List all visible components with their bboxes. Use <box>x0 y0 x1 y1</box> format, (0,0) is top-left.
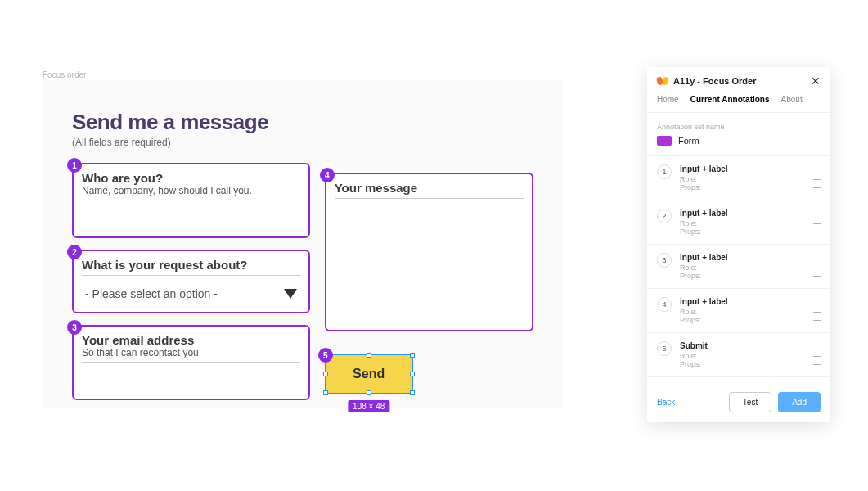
field-message[interactable]: 4 Your message <box>325 173 533 331</box>
design-canvas: Send me a message (All fields are requir… <box>43 80 563 408</box>
back-link[interactable]: Back <box>657 398 675 407</box>
selection-handle[interactable] <box>323 390 328 395</box>
annotation-set-row[interactable]: Form <box>647 136 830 156</box>
focus-badge-4: 4 <box>320 168 335 182</box>
field-description: Name, company, how should I call you. <box>82 185 300 200</box>
field-label: Your email address <box>82 333 300 347</box>
set-name: Form <box>678 136 699 146</box>
focus-badge-5: 5 <box>318 348 333 363</box>
selection-handle[interactable] <box>367 353 371 358</box>
focus-badge-3: 3 <box>67 320 82 335</box>
field-description: So that I can recontact you <box>82 347 300 363</box>
annotation-props: Props:— <box>680 183 821 191</box>
selection-handle[interactable] <box>410 390 415 395</box>
select-text: - Please select an option - <box>85 287 218 300</box>
annotation-props: Props:— <box>680 227 821 236</box>
annotation-label: input + label <box>680 164 821 173</box>
annotation-role: Role:— <box>680 219 821 227</box>
set-name-label: Annotation set name <box>647 113 830 136</box>
selection-handle[interactable] <box>367 390 371 395</box>
selection-handle[interactable] <box>410 372 415 376</box>
annotation-role: Role:— <box>680 352 821 360</box>
focus-badge-1: 1 <box>67 158 82 173</box>
field-email[interactable]: 3 Your email address So that I can recon… <box>72 325 310 400</box>
annotation-role: Role:— <box>680 175 821 183</box>
add-button[interactable]: Add <box>778 392 821 412</box>
annotation-item[interactable]: 4input + labelRole:—Props:— <box>647 289 830 333</box>
set-color-swatch <box>657 136 672 146</box>
annotation-number: 3 <box>657 253 672 268</box>
annotation-label: input + label <box>680 253 821 262</box>
annotation-label: input + label <box>680 209 821 218</box>
form-title: Send me a message <box>72 110 533 135</box>
tab-about[interactable]: About <box>781 95 803 104</box>
panel-tabs: Home Current Annotations About <box>647 95 830 113</box>
annotation-item[interactable]: 5SubmitRole:—Props:— <box>647 333 830 377</box>
annotation-number: 4 <box>657 297 672 312</box>
focus-badge-2: 2 <box>67 245 82 259</box>
field-who-are-you[interactable]: 1 Who are you? Name, company, how should… <box>72 163 310 238</box>
annotation-props: Props:— <box>680 316 821 324</box>
send-button-label: Send <box>353 367 385 381</box>
plugin-logo-icon <box>657 75 668 87</box>
annotation-props: Props:— <box>680 360 821 368</box>
annotation-item[interactable]: 2input + labelRole:—Props:— <box>647 200 830 245</box>
annotation-label: Submit <box>680 341 821 350</box>
annotation-role: Role:— <box>680 308 821 316</box>
select-placeholder[interactable]: - Please select an option - <box>82 284 300 304</box>
close-icon[interactable]: ✕ <box>811 75 821 87</box>
plugin-panel: A11y - Focus Order ✕ Home Current Annota… <box>647 67 830 422</box>
annotation-label: input + label <box>680 297 821 306</box>
send-button-selection[interactable]: 5 Send 108 × 48 <box>325 354 413 394</box>
field-label: Who are you? <box>82 171 300 185</box>
form-subtitle: (All fields are required) <box>72 137 533 148</box>
chevron-down-icon <box>284 289 297 299</box>
selection-handle[interactable] <box>410 353 415 358</box>
annotation-list: 1input + labelRole:—Props:—2input + labe… <box>647 156 830 377</box>
annotation-item[interactable]: 3input + labelRole:—Props:— <box>647 245 830 289</box>
annotation-number: 5 <box>657 341 672 356</box>
test-button[interactable]: Test <box>729 392 771 412</box>
field-label: Your message <box>335 181 524 199</box>
selection-handle[interactable] <box>323 372 328 376</box>
annotation-number: 2 <box>657 209 672 223</box>
tab-current-annotations[interactable]: Current Annotations <box>690 95 770 104</box>
annotation-props: Props:— <box>680 272 821 280</box>
field-request-about[interactable]: 2 What is your request about? - Please s… <box>72 250 310 313</box>
tab-home[interactable]: Home <box>657 95 679 104</box>
panel-title: A11y - Focus Order <box>673 76 756 86</box>
panel-header: A11y - Focus Order ✕ <box>647 67 830 95</box>
annotation-number: 1 <box>657 164 672 179</box>
annotation-role: Role:— <box>680 264 821 272</box>
send-button[interactable]: Send <box>325 354 413 394</box>
dimension-label: 108 × 48 <box>348 400 389 412</box>
annotation-item[interactable]: 1input + labelRole:—Props:— <box>647 156 830 200</box>
panel-footer: Back Test Add <box>647 382 830 422</box>
frame-label: Focus order <box>43 70 86 79</box>
field-label: What is your request about? <box>82 258 300 276</box>
